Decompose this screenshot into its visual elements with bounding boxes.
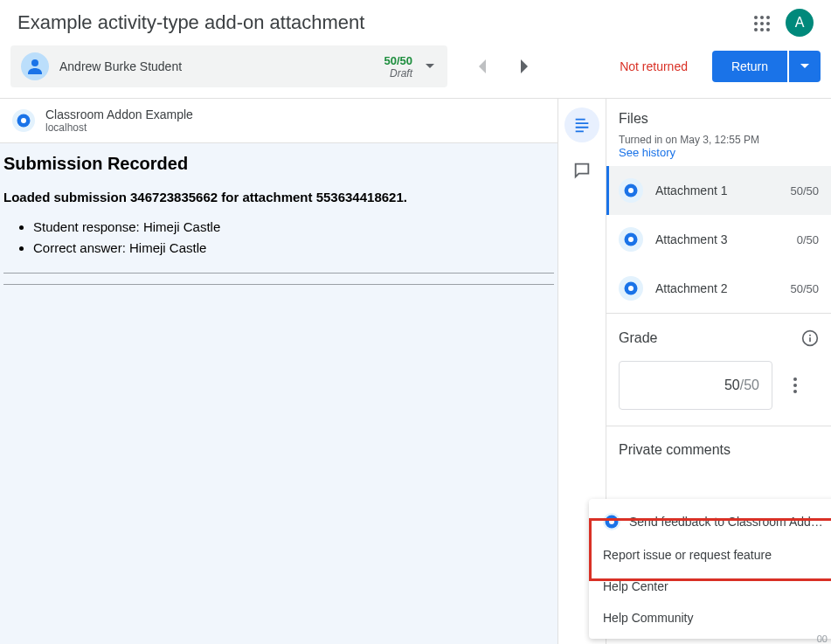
next-student-button[interactable] (514, 56, 535, 77)
attachment-score: 0/50 (797, 233, 819, 246)
divider (3, 284, 554, 285)
svg-point-6 (628, 237, 634, 242)
svg-point-10 (809, 335, 811, 336)
grade-more-button[interactable] (785, 375, 806, 396)
attachment-score: 50/50 (790, 184, 819, 197)
menu-label: Report issue or request feature (603, 548, 772, 562)
student-selector[interactable]: Andrew Burke Student 50/50 Draft (10, 45, 447, 87)
account-avatar[interactable]: A (786, 9, 814, 37)
attachment-name: Attachment 1 (655, 184, 778, 197)
addon-icon (12, 109, 35, 132)
attachment-row[interactable]: Attachment 250/50 (606, 264, 831, 313)
person-icon (21, 52, 49, 80)
svg-point-8 (628, 286, 634, 291)
svg-point-2 (21, 118, 26, 123)
addon-icon (619, 178, 643, 203)
attachment-row[interactable]: Attachment 150/50 (606, 166, 831, 215)
attachment-score: 50/50 (790, 282, 819, 295)
apps-icon[interactable] (751, 12, 772, 33)
private-comments-heading: Private comments (606, 426, 831, 465)
see-history-link[interactable]: See history (619, 146, 819, 159)
menu-item-help-center[interactable]: Help Center (589, 571, 831, 602)
chevron-down-icon (419, 56, 440, 77)
attachment-name: Attachment 3 (655, 232, 785, 246)
menu-item-help-community[interactable]: Help Community (589, 602, 831, 634)
prev-student-button[interactable] (472, 56, 493, 77)
student-score: 50/50 (384, 54, 412, 67)
grade-input[interactable]: 50/50 (619, 361, 772, 410)
divider (3, 273, 554, 274)
turned-in-text: Turned in on May 3, 12:55 PM (619, 134, 819, 146)
list-item: Student response: Himeji Castle (33, 217, 554, 238)
tab-comments[interactable] (564, 153, 599, 188)
attachment-row[interactable]: Attachment 30/50 (606, 215, 831, 264)
student-name: Andrew Burke Student (59, 59, 384, 73)
attachment-name: Attachment 2 (655, 281, 778, 295)
addon-title: Classroom Addon Example (45, 107, 193, 121)
list-item: Correct answer: Himeji Castle (33, 238, 554, 259)
return-options-button[interactable] (789, 51, 821, 82)
menu-label: Send feedback to Classroom Add… (629, 515, 823, 529)
menu-item-report-issue[interactable]: Report issue or request feature (589, 539, 831, 571)
addon-icon (603, 513, 620, 530)
grade-value: 50 (724, 377, 740, 393)
menu-label: Help Community (603, 611, 693, 625)
addon-host: localhost (45, 121, 193, 134)
page-title: Example activity-type add-on attachment (17, 11, 751, 34)
help-menu: Send feedback to Classroom Add… Report i… (589, 499, 831, 639)
submission-loaded-line: Loaded submission 346723835662 for attac… (3, 190, 554, 204)
submission-heading: Submission Recorded (3, 154, 554, 174)
submission-details: Student response: Himeji Castle Correct … (33, 217, 554, 259)
tab-files[interactable] (564, 107, 599, 142)
info-icon[interactable] (801, 329, 819, 347)
grade-heading: Grade (619, 330, 657, 346)
draft-label: Draft (384, 67, 412, 80)
menu-item-send-feedback[interactable]: Send feedback to Classroom Add… (589, 504, 831, 539)
addon-icon (619, 276, 643, 301)
return-status: Not returned (620, 59, 688, 73)
svg-point-4 (628, 188, 634, 193)
return-button[interactable]: Return (712, 51, 787, 82)
menu-label: Help Center (603, 579, 668, 593)
svg-point-0 (31, 59, 38, 66)
addon-icon (619, 227, 643, 252)
grade-max: /50 (740, 377, 759, 393)
files-heading: Files (619, 111, 819, 127)
svg-point-13 (609, 519, 614, 524)
corner-score: 00 (817, 634, 828, 644)
svg-rect-11 (809, 337, 811, 342)
